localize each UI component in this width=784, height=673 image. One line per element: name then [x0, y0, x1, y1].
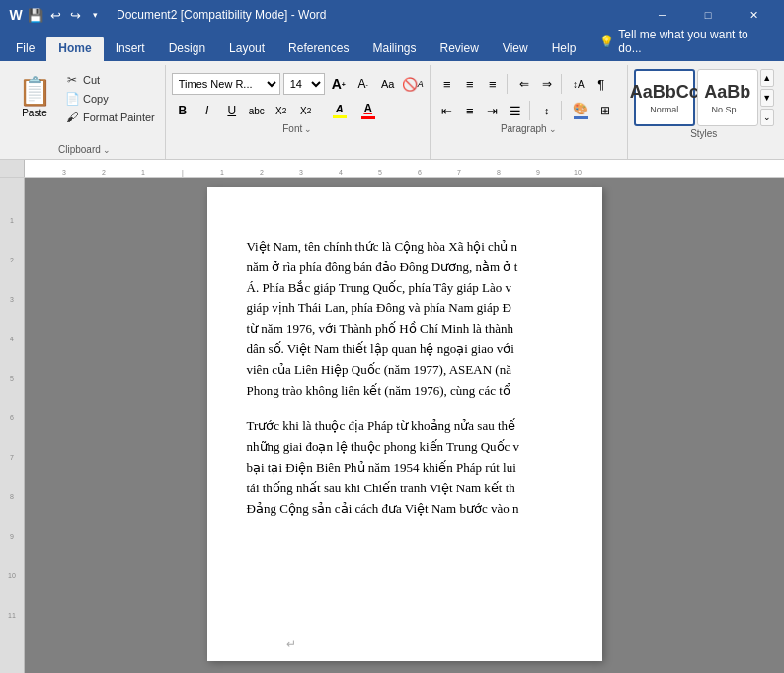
clipboard-small-buttons: ✂ Cut 📄 Copy 🖌 Format Painter	[61, 67, 159, 126]
font-color-button[interactable]: A	[355, 100, 381, 121]
shading-button[interactable]: 🎨	[568, 100, 593, 121]
format-painter-button[interactable]: 🖌 Format Painter	[61, 109, 159, 126]
bullets-button[interactable]: ≡	[436, 73, 458, 95]
change-case-button[interactable]: Aa	[377, 73, 399, 95]
paragraph-2: Trước khi là thuộc địa Pháp từ khoảng nử…	[247, 416, 563, 519]
save-icon[interactable]: 💾	[28, 7, 43, 23]
paragraph-1: Việt Nam, tên chính thức là Cộng hòa Xã …	[247, 237, 563, 401]
v-ruler-mark-2: 2	[10, 257, 14, 263]
paste-button[interactable]: 📋 Paste	[10, 67, 59, 126]
lightbulb-icon: 💡	[599, 35, 614, 48]
v-ruler-mark-1: 1	[10, 217, 14, 224]
text-highlight-button[interactable]: A	[327, 100, 353, 121]
numbering-button[interactable]: ≡	[459, 73, 481, 95]
v-ruler-mark-3: 3	[10, 296, 14, 303]
cursor-mark: ↵	[286, 637, 296, 651]
clipboard-group-content: 📋 Paste ✂ Cut 📄 Copy 🖌 Format Painter	[10, 65, 159, 142]
italic-button[interactable]: I	[196, 100, 218, 121]
tab-review[interactable]: Review	[428, 37, 490, 61]
ruler-main: 3 2 1 | 1 2 3 4 5 6 7 8 9 10	[25, 160, 784, 178]
underline-button[interactable]: U	[221, 100, 243, 121]
title-text: Document2 [Compatibility Mode] - Word	[117, 8, 327, 22]
multilevel-list-button[interactable]: ≡	[482, 73, 504, 95]
style-normal[interactable]: AaBbCc Normal	[634, 69, 695, 126]
paragraph-label: Paragraph ⌄	[436, 121, 621, 136]
cut-button[interactable]: ✂ Cut	[61, 71, 159, 89]
customize-quick-access-icon[interactable]: ▾	[87, 7, 103, 23]
styles-scroll-down[interactable]: ▼	[760, 89, 774, 107]
paragraph-bottom-row: ⇤ ≡ ⇥ ☰ ↕ 🎨 ⊞	[436, 100, 616, 121]
ruler-mark-6r: 6	[418, 169, 422, 176]
ruler-mark-5r: 5	[378, 169, 382, 176]
paragraph-group: ≡ ≡ ≡ ⇐ ⇒ ↕A ¶ ⇤ ≡ ⇥ ☰ ↕ 🎨	[431, 65, 628, 159]
line-spacing-button[interactable]: ↕	[536, 100, 558, 121]
styles-more-button[interactable]: ⌄	[760, 109, 774, 126]
justify-button[interactable]: ☰	[505, 100, 526, 121]
align-right-button[interactable]: ⇥	[482, 100, 504, 121]
no-spacing-style-sample: AaBb	[704, 82, 750, 103]
style-no-spacing[interactable]: AaBb No Sp...	[697, 69, 758, 126]
tab-view[interactable]: View	[491, 37, 540, 61]
document-page[interactable]: Việt Nam, tên chính thức là Cộng hòa Xã …	[207, 187, 602, 661]
ruler-mark-8r: 8	[497, 169, 501, 176]
tab-file[interactable]: File	[4, 37, 46, 61]
paste-icon: 📋	[18, 75, 52, 108]
subscript-button[interactable]: X2	[271, 100, 292, 121]
font-size-select[interactable]: 14	[283, 73, 325, 95]
align-center-button[interactable]: ≡	[459, 100, 481, 121]
ruler-mark-4r: 4	[339, 169, 343, 176]
font-color-bar	[361, 116, 375, 119]
v-ruler-mark-5: 5	[10, 375, 14, 382]
grow-font-button[interactable]: A+	[328, 73, 350, 95]
ruler-mark-3r: 3	[299, 169, 303, 176]
paragraph-top-row: ≡ ≡ ≡ ⇐ ⇒ ↕A ¶	[436, 69, 616, 95]
tab-insert[interactable]: Insert	[104, 37, 157, 61]
decrease-indent-button[interactable]: ⇐	[513, 73, 535, 95]
clipboard-label: Clipboard ⌄	[10, 142, 159, 157]
clear-formatting-button[interactable]: 🚫A	[402, 73, 424, 95]
tab-design[interactable]: Design	[157, 37, 217, 61]
tab-references[interactable]: References	[276, 37, 360, 61]
redo-icon[interactable]: ↪	[67, 7, 83, 23]
v-ruler-mark-8: 8	[10, 493, 14, 500]
paste-label: Paste	[22, 108, 47, 118]
superscript-button[interactable]: X2	[295, 100, 317, 121]
shrink-font-button[interactable]: A-	[353, 73, 374, 95]
font-mid-row: B I U abc X2 X2 A A	[172, 100, 424, 121]
styles-label: Styles	[634, 126, 774, 141]
tab-mailings[interactable]: Mailings	[360, 37, 428, 61]
bold-button[interactable]: B	[172, 100, 194, 121]
sort-button[interactable]: ↕A	[568, 73, 589, 95]
styles-scroll-up[interactable]: ▲	[760, 69, 774, 87]
v-ruler-mark-4: 4	[10, 336, 14, 342]
font-group: Times New R... 14 A+ A- Aa 🚫A B I U abc …	[166, 65, 431, 159]
tab-layout[interactable]: Layout	[217, 37, 276, 61]
quick-access-toolbar: W 💾 ↩ ↪ ▾	[8, 7, 103, 23]
undo-icon[interactable]: ↩	[47, 7, 63, 23]
styles-scroll-buttons: ▲ ▼ ⌄	[760, 69, 774, 126]
font-dialog-icon[interactable]: ⌄	[304, 124, 312, 134]
page-text-content[interactable]: Việt Nam, tên chính thức là Cộng hòa Xã …	[247, 237, 563, 519]
copy-button[interactable]: 📄 Copy	[61, 90, 159, 108]
styles-group: AaBbCc Normal AaBb No Sp... ▲ ▼ ⌄ Styles	[628, 65, 780, 159]
show-marks-button[interactable]: ¶	[590, 73, 612, 95]
font-name-select[interactable]: Times New R...	[172, 73, 280, 95]
strikethrough-button[interactable]: abc	[246, 100, 268, 121]
tab-tellme[interactable]: 💡 Tell me what you want to do...	[588, 23, 780, 61]
highlight-color-bar	[333, 115, 347, 118]
ribbon-tabs: File Home Insert Design Layout Reference…	[0, 30, 784, 61]
borders-button[interactable]: ⊞	[594, 100, 616, 121]
document-scroll-area[interactable]: Việt Nam, tên chính thức là Cộng hòa Xã …	[25, 178, 784, 673]
ruler-mark-9r: 9	[536, 169, 540, 176]
align-left-button[interactable]: ⇤	[436, 100, 458, 121]
tab-help[interactable]: Help	[540, 37, 588, 61]
document-area: 1 2 3 4 5 6 7 8 9 10 11 Việt Nam, tên ch…	[0, 178, 784, 673]
highlight-icon: A	[336, 103, 344, 114]
increase-indent-button[interactable]: ⇒	[536, 73, 558, 95]
paragraph-dialog-icon[interactable]: ⌄	[549, 124, 557, 134]
tab-home[interactable]: Home	[46, 37, 103, 61]
ruler-mark-1r: 1	[220, 169, 224, 176]
shading-color-bar	[574, 116, 588, 119]
clipboard-dialog-icon[interactable]: ⌄	[103, 145, 111, 155]
v-ruler-mark-11: 11	[8, 612, 16, 619]
